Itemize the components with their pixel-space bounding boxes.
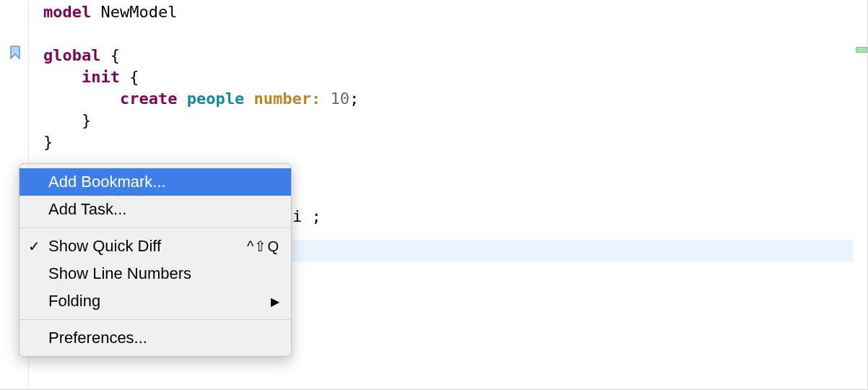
menu-label: Add Bookmark... — [48, 173, 166, 191]
bookmark-icon[interactable] — [10, 46, 20, 60]
menu-label: Add Task... — [48, 200, 126, 219]
menu-label: Folding — [48, 292, 100, 311]
menu-item-show-quick-diff[interactable]: ✓ Show Quick Diff ^⇧Q — [19, 233, 291, 260]
brace-close: } — [43, 133, 53, 151]
gutter-context-menu: Add Bookmark... Add Task... ✓ Show Quick… — [19, 163, 292, 357]
menu-item-add-bookmark[interactable]: Add Bookmark... — [19, 168, 291, 196]
menu-label: Show Quick Diff — [48, 237, 161, 256]
type-people: people — [187, 90, 244, 108]
keyword-model: model — [43, 3, 91, 21]
facet-number: number: — [244, 90, 321, 108]
brace: { — [120, 68, 139, 86]
semicolon: ; — [350, 90, 359, 108]
menu-item-add-task[interactable]: Add Task... — [19, 196, 291, 223]
chevron-right-icon: ▶ — [271, 295, 279, 308]
brace: { — [100, 46, 120, 64]
keyboard-shortcut: ^⇧Q — [247, 238, 279, 255]
model-name: NewModel — [100, 3, 177, 21]
brace-close: } — [43, 111, 91, 129]
checkmark-icon: ✓ — [28, 238, 40, 255]
keyword-init: init — [82, 68, 120, 86]
menu-separator — [19, 228, 291, 228]
menu-item-show-line-numbers[interactable]: Show Line Numbers — [19, 260, 291, 287]
menu-label: Show Line Numbers — [48, 264, 191, 283]
code-fragment-behind-menu: i ; — [292, 207, 321, 225]
keyword-global: global — [43, 46, 100, 64]
code-editor[interactable]: model NewModel global { init { create pe… — [29, 0, 867, 153]
menu-label: Preferences... — [48, 329, 147, 347]
keyword-create: create — [120, 90, 187, 108]
menu-item-folding[interactable]: Folding ▶ — [19, 287, 291, 315]
menu-separator — [19, 319, 291, 320]
menu-item-preferences[interactable]: Preferences... — [19, 324, 291, 352]
number-value: 10 — [321, 90, 350, 108]
